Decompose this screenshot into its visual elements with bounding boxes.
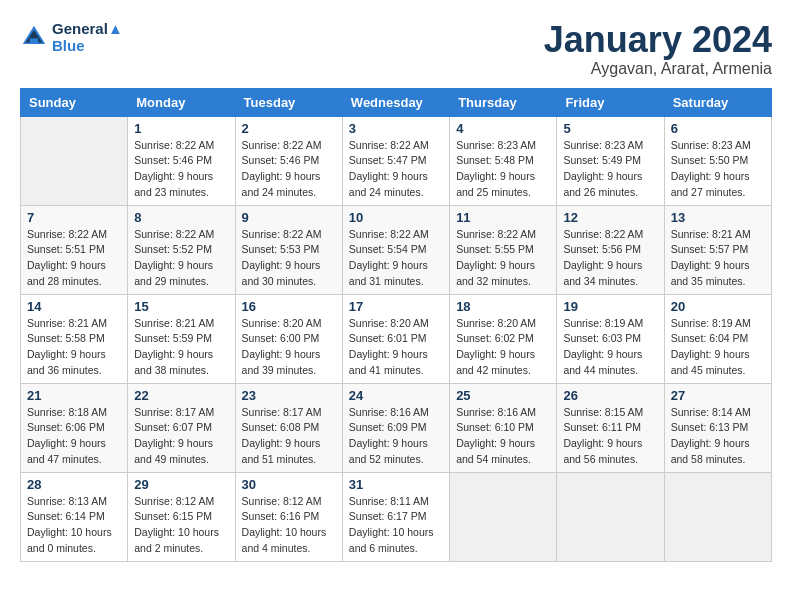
day-info: Sunrise: 8:22 AMSunset: 5:54 PMDaylight:… [349,227,443,290]
calendar-week-row: 21Sunrise: 8:18 AMSunset: 6:06 PMDayligh… [21,383,772,472]
day-info: Sunrise: 8:23 AMSunset: 5:48 PMDaylight:… [456,138,550,201]
day-number: 27 [671,388,765,403]
day-number: 23 [242,388,336,403]
calendar-cell [664,472,771,561]
day-info: Sunrise: 8:22 AMSunset: 5:55 PMDaylight:… [456,227,550,290]
day-number: 3 [349,121,443,136]
calendar-cell: 18Sunrise: 8:20 AMSunset: 6:02 PMDayligh… [450,294,557,383]
calendar-header-row: SundayMondayTuesdayWednesdayThursdayFrid… [21,88,772,116]
calendar-cell: 31Sunrise: 8:11 AMSunset: 6:17 PMDayligh… [342,472,449,561]
calendar-cell: 13Sunrise: 8:21 AMSunset: 5:57 PMDayligh… [664,205,771,294]
day-info: Sunrise: 8:15 AMSunset: 6:11 PMDaylight:… [563,405,657,468]
calendar-cell: 27Sunrise: 8:14 AMSunset: 6:13 PMDayligh… [664,383,771,472]
day-info: Sunrise: 8:19 AMSunset: 6:03 PMDaylight:… [563,316,657,379]
logo-text-line1: General▲ [52,20,123,37]
day-number: 1 [134,121,228,136]
day-number: 9 [242,210,336,225]
calendar-cell: 14Sunrise: 8:21 AMSunset: 5:58 PMDayligh… [21,294,128,383]
calendar-cell: 1Sunrise: 8:22 AMSunset: 5:46 PMDaylight… [128,116,235,205]
calendar-cell: 24Sunrise: 8:16 AMSunset: 6:09 PMDayligh… [342,383,449,472]
calendar-cell: 9Sunrise: 8:22 AMSunset: 5:53 PMDaylight… [235,205,342,294]
day-info: Sunrise: 8:19 AMSunset: 6:04 PMDaylight:… [671,316,765,379]
day-number: 22 [134,388,228,403]
day-number: 20 [671,299,765,314]
calendar-week-row: 14Sunrise: 8:21 AMSunset: 5:58 PMDayligh… [21,294,772,383]
calendar-cell: 8Sunrise: 8:22 AMSunset: 5:52 PMDaylight… [128,205,235,294]
day-number: 2 [242,121,336,136]
header-day-saturday: Saturday [664,88,771,116]
day-number: 19 [563,299,657,314]
logo-text-line2: Blue [52,37,123,54]
header-day-sunday: Sunday [21,88,128,116]
header-day-thursday: Thursday [450,88,557,116]
page-header: General▲ Blue January 2024 Aygavan, Arar… [20,20,772,78]
day-info: Sunrise: 8:11 AMSunset: 6:17 PMDaylight:… [349,494,443,557]
calendar-cell: 4Sunrise: 8:23 AMSunset: 5:48 PMDaylight… [450,116,557,205]
calendar-cell: 17Sunrise: 8:20 AMSunset: 6:01 PMDayligh… [342,294,449,383]
calendar-cell: 16Sunrise: 8:20 AMSunset: 6:00 PMDayligh… [235,294,342,383]
day-info: Sunrise: 8:12 AMSunset: 6:15 PMDaylight:… [134,494,228,557]
day-number: 11 [456,210,550,225]
calendar-cell: 7Sunrise: 8:22 AMSunset: 5:51 PMDaylight… [21,205,128,294]
day-info: Sunrise: 8:22 AMSunset: 5:53 PMDaylight:… [242,227,336,290]
calendar-week-row: 7Sunrise: 8:22 AMSunset: 5:51 PMDaylight… [21,205,772,294]
day-info: Sunrise: 8:14 AMSunset: 6:13 PMDaylight:… [671,405,765,468]
day-info: Sunrise: 8:21 AMSunset: 5:58 PMDaylight:… [27,316,121,379]
day-number: 14 [27,299,121,314]
calendar-week-row: 28Sunrise: 8:13 AMSunset: 6:14 PMDayligh… [21,472,772,561]
calendar-cell [557,472,664,561]
day-info: Sunrise: 8:23 AMSunset: 5:50 PMDaylight:… [671,138,765,201]
calendar-week-row: 1Sunrise: 8:22 AMSunset: 5:46 PMDaylight… [21,116,772,205]
calendar-cell: 6Sunrise: 8:23 AMSunset: 5:50 PMDaylight… [664,116,771,205]
day-info: Sunrise: 8:20 AMSunset: 6:02 PMDaylight:… [456,316,550,379]
day-number: 21 [27,388,121,403]
day-info: Sunrise: 8:17 AMSunset: 6:07 PMDaylight:… [134,405,228,468]
day-number: 7 [27,210,121,225]
day-info: Sunrise: 8:23 AMSunset: 5:49 PMDaylight:… [563,138,657,201]
calendar-cell [21,116,128,205]
day-info: Sunrise: 8:22 AMSunset: 5:47 PMDaylight:… [349,138,443,201]
day-info: Sunrise: 8:22 AMSunset: 5:52 PMDaylight:… [134,227,228,290]
day-number: 30 [242,477,336,492]
day-number: 16 [242,299,336,314]
day-info: Sunrise: 8:22 AMSunset: 5:46 PMDaylight:… [242,138,336,201]
calendar-cell: 10Sunrise: 8:22 AMSunset: 5:54 PMDayligh… [342,205,449,294]
calendar-cell: 19Sunrise: 8:19 AMSunset: 6:03 PMDayligh… [557,294,664,383]
day-number: 24 [349,388,443,403]
calendar-cell: 12Sunrise: 8:22 AMSunset: 5:56 PMDayligh… [557,205,664,294]
calendar-cell: 25Sunrise: 8:16 AMSunset: 6:10 PMDayligh… [450,383,557,472]
calendar-cell: 11Sunrise: 8:22 AMSunset: 5:55 PMDayligh… [450,205,557,294]
day-info: Sunrise: 8:21 AMSunset: 5:59 PMDaylight:… [134,316,228,379]
day-number: 29 [134,477,228,492]
day-info: Sunrise: 8:20 AMSunset: 6:01 PMDaylight:… [349,316,443,379]
day-number: 25 [456,388,550,403]
day-info: Sunrise: 8:20 AMSunset: 6:00 PMDaylight:… [242,316,336,379]
day-number: 17 [349,299,443,314]
calendar-cell: 3Sunrise: 8:22 AMSunset: 5:47 PMDaylight… [342,116,449,205]
day-number: 6 [671,121,765,136]
calendar-cell: 2Sunrise: 8:22 AMSunset: 5:46 PMDaylight… [235,116,342,205]
day-info: Sunrise: 8:17 AMSunset: 6:08 PMDaylight:… [242,405,336,468]
logo-icon [20,23,48,51]
day-info: Sunrise: 8:13 AMSunset: 6:14 PMDaylight:… [27,494,121,557]
day-number: 26 [563,388,657,403]
title-block: January 2024 Aygavan, Ararat, Armenia [544,20,772,78]
logo: General▲ Blue [20,20,123,54]
svg-rect-2 [30,38,38,44]
day-info: Sunrise: 8:18 AMSunset: 6:06 PMDaylight:… [27,405,121,468]
day-info: Sunrise: 8:12 AMSunset: 6:16 PMDaylight:… [242,494,336,557]
day-number: 4 [456,121,550,136]
header-day-monday: Monday [128,88,235,116]
day-number: 18 [456,299,550,314]
day-info: Sunrise: 8:16 AMSunset: 6:10 PMDaylight:… [456,405,550,468]
day-info: Sunrise: 8:22 AMSunset: 5:51 PMDaylight:… [27,227,121,290]
day-info: Sunrise: 8:22 AMSunset: 5:56 PMDaylight:… [563,227,657,290]
month-title: January 2024 [544,20,772,60]
day-number: 15 [134,299,228,314]
calendar-cell: 29Sunrise: 8:12 AMSunset: 6:15 PMDayligh… [128,472,235,561]
day-number: 8 [134,210,228,225]
calendar-cell [450,472,557,561]
day-info: Sunrise: 8:16 AMSunset: 6:09 PMDaylight:… [349,405,443,468]
day-info: Sunrise: 8:21 AMSunset: 5:57 PMDaylight:… [671,227,765,290]
calendar-cell: 5Sunrise: 8:23 AMSunset: 5:49 PMDaylight… [557,116,664,205]
